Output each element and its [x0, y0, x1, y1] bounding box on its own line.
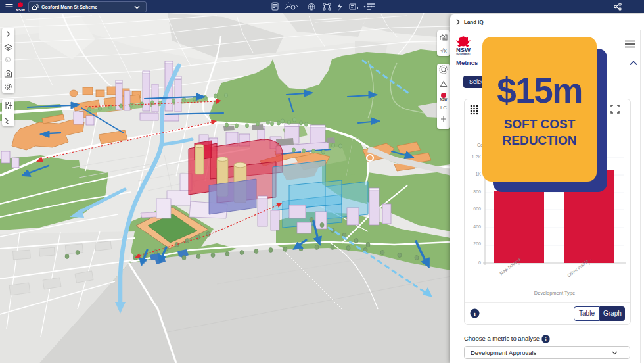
svg-text:GOVERNMENT: GOVERNMENT [456, 53, 471, 55]
svg-text:NSW: NSW [440, 98, 448, 101]
svg-text:NSW: NSW [16, 8, 25, 12]
svg-text:√x: √x [440, 47, 447, 54]
svg-text:LC: LC [440, 105, 447, 110]
